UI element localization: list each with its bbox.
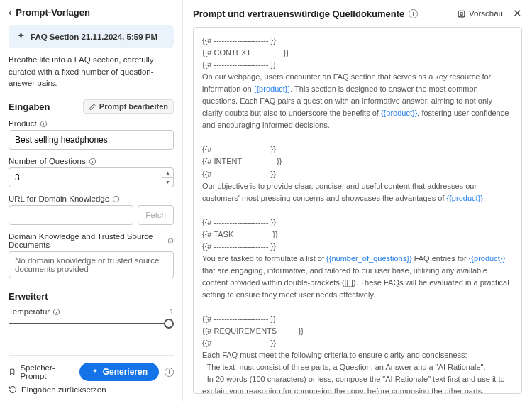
edit-prompt-button[interactable]: Prompt bearbeiten [83, 99, 174, 114]
refresh-icon [9, 385, 17, 394]
close-icon[interactable]: ✕ [513, 7, 522, 20]
dk-label: Domain Knowledge and Trusted Source Docu… [9, 232, 165, 249]
url-input[interactable] [9, 205, 133, 225]
temp-max-value: 1 [170, 307, 174, 316]
dk-readonly: No domain knowledge or trusted source do… [9, 251, 174, 278]
temp-label: Temperatur [9, 307, 50, 316]
numq-input[interactable] [9, 167, 162, 187]
slider-thumb[interactable] [164, 319, 174, 329]
info-icon[interactable] [40, 120, 48, 128]
inputs-heading: Eingaben [9, 101, 50, 112]
temperature-slider[interactable] [9, 317, 174, 330]
sparkle-icon [91, 368, 99, 376]
info-icon[interactable] [167, 237, 174, 245]
info-icon[interactable] [89, 158, 96, 165]
info-icon[interactable] [112, 195, 120, 203]
advanced-heading: Erweitert [9, 291, 174, 302]
url-label: URL for Domain Knowledge [9, 194, 109, 203]
right-panel-title: Prompt und vertrauenswürdige Quelldokume… [193, 9, 404, 19]
back-chevron-icon[interactable]: ‹ [9, 7, 11, 18]
recent-prompt-title: FAQ Section 21.11.2024, 5:59 PM [31, 33, 157, 41]
bookmark-icon [9, 368, 16, 376]
generate-button[interactable]: Generieren [79, 363, 159, 381]
template-description: Breathe life into a FAQ section, careful… [9, 54, 174, 89]
numq-label: Number of Questions [9, 157, 86, 165]
edit-icon [89, 103, 96, 111]
preview-icon [457, 9, 466, 18]
info-icon[interactable]: i [165, 368, 174, 377]
step-down[interactable]: ▼ [162, 178, 173, 187]
product-input[interactable] [9, 130, 174, 150]
step-up[interactable]: ▲ [162, 168, 173, 178]
prompt-source-viewer[interactable]: {{# --------------------- }} {{# CONTEXT… [193, 27, 522, 394]
recent-prompt-card[interactable]: FAQ Section 21.11.2024, 5:59 PM [9, 25, 174, 48]
preview-button[interactable]: Vorschau [457, 9, 503, 18]
fetch-button[interactable]: Fetch [138, 205, 174, 225]
info-icon[interactable]: i [409, 9, 418, 18]
sparkle-icon [16, 32, 26, 41]
product-label: Product [9, 119, 37, 128]
info-icon[interactable] [52, 308, 60, 316]
quantity-stepper[interactable]: ▲▼ [162, 167, 174, 187]
svg-rect-5 [458, 11, 465, 17]
save-prompt-button[interactable]: Speicher-Prompt [9, 363, 74, 380]
reset-inputs-button[interactable]: Eingaben zurücksetzen [9, 385, 174, 394]
page-title: Prompt-Vorlagen [16, 7, 90, 18]
